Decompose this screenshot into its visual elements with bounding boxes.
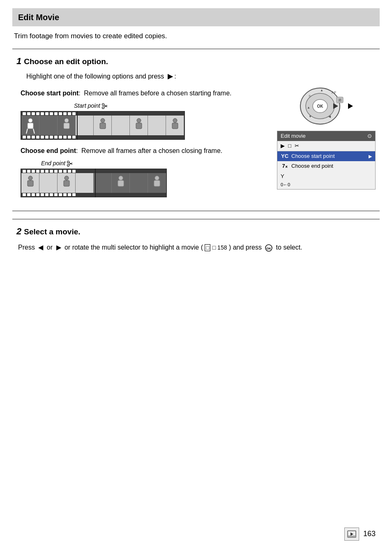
- end-person-1: [24, 175, 37, 191]
- svg-point-17: [67, 164, 69, 166]
- svg-text:S: S: [309, 94, 311, 98]
- step1-box: 1 Choose an edit option. Highlight one o…: [12, 49, 380, 211]
- frame-light-1: [76, 116, 94, 135]
- end-point-area: End point: [21, 160, 270, 197]
- step2-body: Press ◀ or ▶ or rotate the multi selecto…: [16, 242, 376, 253]
- end-point-label: End point: [41, 160, 270, 168]
- bullet1-text: Remove all frames before a chosen starti…: [84, 90, 231, 97]
- frame-light-4: [130, 116, 148, 135]
- step1-left: Choose start point: Remove all frames be…: [16, 86, 270, 203]
- svg-line-6: [26, 129, 28, 134]
- step1-layout: Choose start point: Remove all frames be…: [16, 86, 376, 203]
- svg-rect-25: [118, 180, 124, 186]
- menu-item-icon-end: 7ₓ: [281, 162, 289, 170]
- end-frame-dark-2: [112, 173, 130, 193]
- menu-title: Edit movie: [281, 132, 306, 140]
- step2-press: Press: [18, 244, 35, 251]
- svg-point-12: [137, 118, 141, 123]
- bullet2-text: Remove all frames after a chosen closing…: [81, 147, 222, 154]
- playback-icon: [347, 530, 356, 538]
- step2-and-press: ) and press: [229, 244, 262, 251]
- svg-marker-36: [348, 103, 353, 109]
- frame-light-6: [166, 116, 184, 135]
- svg-text:OK: OK: [266, 247, 271, 250]
- start-filmstrip-wrapper: [21, 111, 185, 140]
- cut-icon: ✂: [295, 142, 299, 150]
- svg-rect-46: [348, 536, 356, 537]
- end-person-2: [60, 175, 73, 191]
- end-frame-dark-1: [94, 173, 112, 193]
- svg-text:AF: AF: [332, 90, 337, 95]
- person-figure-2: [60, 117, 73, 134]
- step1-number: 1: [16, 55, 21, 68]
- end-frame-dark-4: [148, 173, 166, 193]
- page-header: Edit Movie: [12, 8, 380, 26]
- svg-point-4: [28, 118, 32, 123]
- step2-number: 2: [16, 225, 21, 238]
- svg-point-0: [102, 103, 104, 105]
- ok-button-icon: OK: [265, 244, 272, 252]
- person-figure-4: [132, 117, 145, 134]
- svg-text:◀: ◀: [328, 115, 331, 118]
- svg-rect-27: [154, 180, 160, 186]
- edit-movie-menu: Edit movie ⊙ ▶ □ ✂ ΥC Choose start point…: [277, 131, 376, 190]
- end-filmstrip: [21, 169, 167, 197]
- menu-icons-row: ▶ □ ✂: [277, 141, 375, 151]
- start-frames: [21, 116, 184, 135]
- end-frame-3: [58, 173, 76, 193]
- scissor-icon: [101, 103, 108, 109]
- step2-suffix: or rotate the multi selector to highligh…: [65, 244, 203, 251]
- menu-icon: ⊙: [367, 132, 372, 140]
- svg-text:OK: OK: [317, 104, 324, 109]
- svg-point-1: [102, 106, 104, 109]
- subtitle: Trim footage from movies to create edite…: [12, 31, 380, 41]
- start-point-label: Start point: [74, 102, 270, 110]
- person-figure-3: [96, 117, 109, 134]
- svg-rect-21: [28, 180, 33, 186]
- end-frame-dark-3: [130, 173, 148, 193]
- menu-item-label-start: Choose start point: [291, 153, 335, 160]
- step2-final: to select.: [276, 244, 302, 251]
- bullet1-label: Choose start point: [21, 90, 78, 97]
- frame-dark-2: [39, 116, 58, 135]
- page-ref-box: □: [205, 244, 210, 251]
- end-divider: [95, 169, 96, 197]
- person-figure-1: [24, 117, 37, 134]
- svg-point-20: [28, 176, 32, 180]
- frame-dark-3: [58, 116, 76, 135]
- svg-point-26: [155, 176, 159, 180]
- frame-light-3: [112, 116, 130, 135]
- step2-page-ref: □ □ 158: [205, 244, 228, 251]
- svg-point-14: [173, 118, 177, 123]
- step1-body: Highlight one of the following options a…: [26, 72, 376, 81]
- start-filmstrip: [21, 111, 185, 140]
- frame-light-5: [148, 116, 166, 135]
- svg-point-8: [65, 118, 69, 123]
- start-divider: [77, 111, 78, 140]
- bullet2: Choose end point: Remove all frames afte…: [21, 146, 270, 155]
- svg-rect-13: [136, 123, 142, 129]
- svg-point-24: [119, 176, 123, 180]
- camera-dial: OK AF 図 S ▲ ▼ ▲ ◀: [295, 86, 357, 127]
- play-icon: ▶: [281, 142, 285, 150]
- end-frames: [21, 173, 166, 193]
- menu-item-choose-end[interactable]: 7ₓ Choose end point: [277, 161, 375, 171]
- step2-box: 2 Select a movie. Press ◀ or ▶ or rotate…: [12, 219, 380, 253]
- end-frame-4: [76, 173, 94, 193]
- arrow-right-icon: ▶: [56, 244, 61, 251]
- menu-extra-icons: Y 0←0: [277, 171, 375, 190]
- svg-rect-9: [64, 123, 69, 129]
- svg-point-22: [65, 176, 69, 180]
- step1-right: OK AF 図 S ▲ ▼ ▲ ◀ Edit movie: [277, 86, 376, 190]
- step2-or: or: [47, 244, 53, 251]
- ok-icon: OK: [265, 244, 274, 251]
- menu-item-choose-start[interactable]: ΥC Choose start point ▶: [277, 151, 375, 161]
- playback-icon-box: [344, 528, 359, 541]
- bottom-right: 163: [344, 528, 376, 541]
- bullet1: Choose start point: Remove all frames be…: [21, 89, 270, 98]
- page-ref-num: □ 158: [212, 244, 227, 251]
- svg-point-10: [101, 118, 105, 123]
- scissor-icon-end: [67, 160, 73, 167]
- end-filmstrip-wrapper: [21, 169, 167, 197]
- menu-icon-y: Y: [281, 173, 372, 180]
